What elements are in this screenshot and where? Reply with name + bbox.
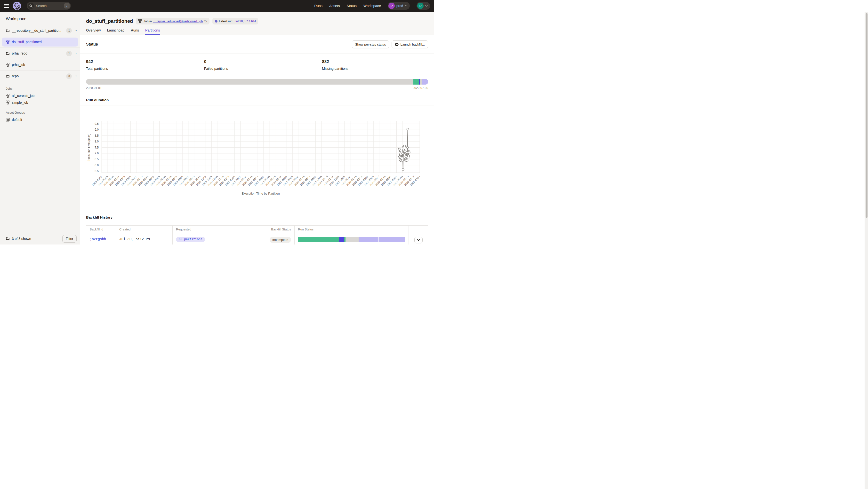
sidebar-item-prha-repo[interactable]: prha_repo1▾ xyxy=(0,48,80,59)
run-duration-chart-section: 5.56.06.57.07.58.08.59.09.52020-01-01202… xyxy=(80,105,434,210)
bar-segment xyxy=(420,79,422,85)
sidebar-item-label: prha_job xyxy=(12,63,76,67)
chevron-down-icon xyxy=(425,5,428,6)
sidebar-item-do-stuff-partitioned[interactable]: do_stuff_partitioned xyxy=(0,36,80,48)
launch-backfill-label: Launch backfill... xyxy=(400,43,425,46)
sidebar-item-label: repo xyxy=(12,74,64,78)
bar-segment xyxy=(344,237,345,242)
menu-icon[interactable] xyxy=(4,4,9,8)
item-count-badge: 3 xyxy=(66,73,72,79)
search-shortcut-badge: / xyxy=(64,3,70,8)
job-chip-prefix: Job in xyxy=(144,20,152,23)
sidebar-item-default[interactable]: default xyxy=(0,116,80,123)
svg-text:9.0: 9.0 xyxy=(95,128,99,131)
tab-partitions[interactable]: Partitions xyxy=(145,28,160,35)
column-header-actions xyxy=(409,226,428,233)
chevron-down-icon xyxy=(417,239,420,241)
stat-total-partitions: 942Total partitions xyxy=(80,54,198,76)
nav-link-workspace[interactable]: Workspace xyxy=(364,4,381,8)
partition-status-bar[interactable] xyxy=(86,79,428,85)
sidebar-item-label: default xyxy=(12,118,22,122)
sidebar-item-all_cereals_job[interactable]: all_cereals_job xyxy=(0,92,80,99)
bar-segment xyxy=(325,237,339,242)
expand-row-button[interactable] xyxy=(414,237,423,243)
stat-missing-partitions: 882Missing partitions xyxy=(316,54,434,76)
requested-partitions-chip[interactable]: 60 partitions xyxy=(176,237,205,242)
user-menu[interactable]: P xyxy=(416,2,430,10)
run-duration-heading: Run duration xyxy=(80,92,434,105)
workspace-title: Workspace xyxy=(0,12,80,25)
sidebar-item-prha-job[interactable]: prha_job xyxy=(0,59,80,70)
folder-icon xyxy=(6,52,10,55)
user-avatar: P xyxy=(417,3,424,9)
backfill-table-header: Backfill IdCreatedRequestedBackfill Stat… xyxy=(86,226,428,233)
latest-run-link[interactable]: Jul 30, 5:14 PM xyxy=(235,20,256,23)
shown-count: 3 of 3 shown xyxy=(12,237,31,240)
bar-segment xyxy=(359,237,378,242)
jobs-section-label: Jobs xyxy=(0,82,80,92)
created-cell: Jul 30, 5:12 PM xyxy=(119,237,150,241)
launch-backfill-button[interactable]: Launch backfill... xyxy=(392,40,428,48)
asset-group-list: default xyxy=(0,116,80,123)
sidebar-item-repo[interactable]: repo3▾ xyxy=(0,70,80,82)
nav-link-runs[interactable]: Runs xyxy=(314,4,322,8)
dagster-logo-icon[interactable] xyxy=(12,1,21,10)
svg-text:Execution time (secs): Execution time (secs) xyxy=(87,134,91,162)
item-count-badge: 1 xyxy=(66,28,72,33)
sidebar-item--repository-do-stuff-partitio-[interactable]: __repository__do_stuff_partitio...1▾ xyxy=(0,25,80,36)
sidebar-item-label: simple_job xyxy=(12,101,28,104)
sidebar-item-label: prha_repo xyxy=(12,52,64,55)
job-chip: Job in __reposi...artitioned@partitioned… xyxy=(136,18,210,25)
search-box[interactable]: / xyxy=(27,2,71,10)
sidebar-footer: 3 of 3 shown Filter xyxy=(0,233,80,244)
backfill-id-link[interactable]: jozrgsbh xyxy=(90,237,106,241)
refresh-icon[interactable]: ↻ xyxy=(204,20,207,23)
page-header: do_stuff_partitioned Job in __reposi...a… xyxy=(80,12,434,35)
repo-list: __repository__do_stuff_partitio...1▾do_s… xyxy=(0,25,80,82)
requested-cell: 60 partitions 2020-01-01 2022-07-30 xyxy=(173,233,246,244)
svg-text:7.0: 7.0 xyxy=(95,152,99,155)
run-status-bar[interactable] xyxy=(298,237,405,242)
tab-launchpad[interactable]: Launchpad xyxy=(107,28,124,35)
tab-overview[interactable]: Overview xyxy=(86,28,101,35)
filter-button[interactable]: Filter xyxy=(62,235,76,242)
workspace-sidebar: Workspace __repository__do_stuff_partiti… xyxy=(0,12,80,244)
plus-circle-icon xyxy=(395,43,399,46)
svg-text:7.5: 7.5 xyxy=(95,146,99,149)
job-repo-link[interactable]: __reposi...artitioned@partitioned_job xyxy=(153,20,203,23)
stat-label: Failed partitions xyxy=(204,67,310,70)
stat-value: 942 xyxy=(86,59,192,64)
expand-caret-icon[interactable]: ▾ xyxy=(75,29,76,32)
tab-bar: OverviewLaunchpadRunsPartitions xyxy=(86,28,428,35)
nav-link-status[interactable]: Status xyxy=(347,4,356,8)
stat-value: 882 xyxy=(322,59,428,64)
search-icon xyxy=(28,3,34,9)
deployment-switcher[interactable]: P prod xyxy=(388,2,410,10)
stat-failed-partitions: 0Failed partitions xyxy=(198,54,316,76)
backfill-table: Backfill IdCreatedRequestedBackfill Stat… xyxy=(86,225,428,244)
show-per-step-status-button[interactable]: Show per-step status xyxy=(352,40,390,48)
column-header-backfill-id: Backfill Id xyxy=(86,226,116,233)
svg-text:8.0: 8.0 xyxy=(95,140,99,143)
sidebar-item-simple_job[interactable]: simple_job xyxy=(0,99,80,106)
main-content: do_stuff_partitioned Job in __reposi...a… xyxy=(80,12,434,244)
expand-caret-icon[interactable]: ▾ xyxy=(75,75,76,77)
bar-segment xyxy=(378,237,405,242)
backfill-table-row: jozrgsbh Jul 30, 5:12 PM 60 partitions 2… xyxy=(86,233,428,244)
expand-caret-icon[interactable]: ▾ xyxy=(75,52,76,55)
svg-text:Execution Time by Partition: Execution Time by Partition xyxy=(242,192,280,195)
column-header-created: Created xyxy=(116,226,173,233)
latest-run-prefix: Latest run: xyxy=(219,20,233,23)
svg-text:9.5: 9.5 xyxy=(95,122,99,126)
stat-label: Missing partitions xyxy=(322,67,428,70)
bar-segment xyxy=(413,79,419,85)
partition-status-block: 2020-01-01 2022-07-30 xyxy=(80,76,434,92)
nav-link-assets[interactable]: Assets xyxy=(329,4,340,8)
tab-runs[interactable]: Runs xyxy=(131,28,139,35)
column-header-run-status: Run Status xyxy=(294,226,409,233)
search-input[interactable] xyxy=(36,4,62,8)
nav-links: Runs Assets Status Workspace P prod P xyxy=(314,2,430,10)
chevron-down-icon xyxy=(405,5,407,6)
column-header-backfill-status: Backfill Status xyxy=(246,226,294,233)
job-icon xyxy=(6,63,10,67)
